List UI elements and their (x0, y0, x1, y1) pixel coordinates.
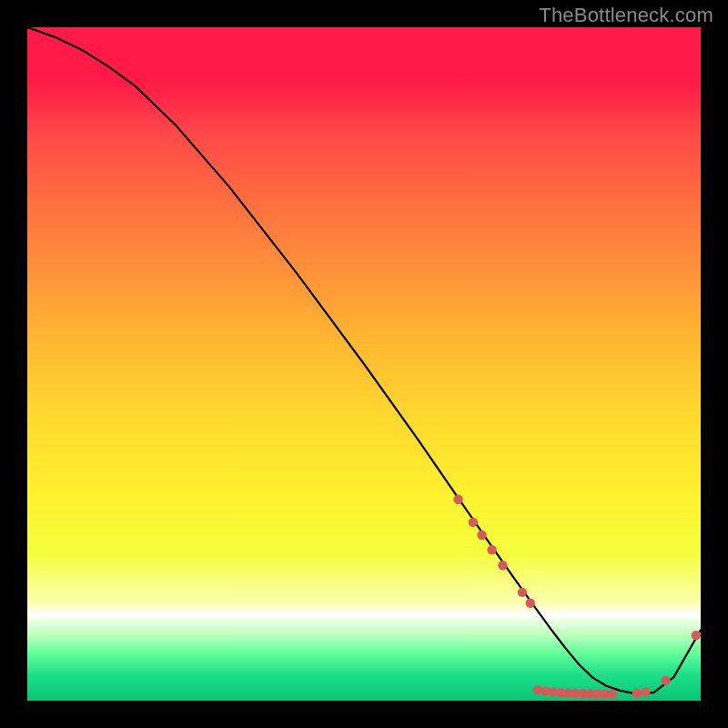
chart-overlay (27, 27, 701, 701)
data-point (533, 685, 542, 694)
data-point (641, 687, 650, 696)
plot-area (27, 27, 701, 701)
data-point (692, 631, 701, 640)
data-point (477, 531, 486, 540)
data-point (487, 545, 496, 554)
data-point (469, 518, 478, 527)
highlighted-points (453, 495, 701, 699)
data-point (608, 689, 617, 698)
data-point (632, 689, 642, 698)
bottleneck-curve (27, 27, 701, 693)
data-point (498, 561, 507, 570)
watermark-text: TheBottleneck.com (539, 4, 713, 27)
data-point (518, 588, 527, 597)
data-point (661, 676, 670, 685)
data-point (453, 495, 462, 504)
data-point (526, 599, 535, 608)
chart-frame: TheBottleneck.com (0, 0, 728, 728)
